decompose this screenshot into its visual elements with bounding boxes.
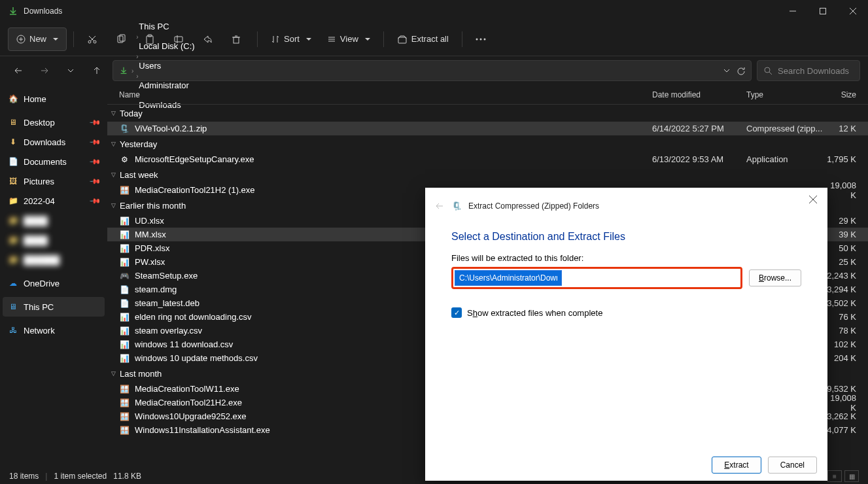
- sidebar-item[interactable]: 📄Documents📌: [3, 152, 105, 171]
- desktop-icon: 🖥: [8, 117, 18, 128]
- col-type[interactable]: Type: [746, 90, 826, 99]
- chevron-down-icon: ▽: [111, 370, 116, 377]
- forward-button[interactable]: [34, 60, 55, 81]
- sidebar-onedrive[interactable]: ☁OneDrive: [3, 273, 105, 293]
- cut-button[interactable]: [80, 27, 107, 51]
- breadcrumb-segment[interactable]: Users: [136, 61, 197, 71]
- browse-button[interactable]: Browse...: [749, 269, 801, 286]
- minimize-button[interactable]: [778, 0, 808, 22]
- zip-folder-icon: 🗜️: [451, 201, 462, 211]
- steam-icon: 🎮: [119, 271, 130, 281]
- view-button[interactable]: View: [321, 27, 377, 51]
- address-dropdown-icon[interactable]: [723, 69, 730, 73]
- file-icon: 📄: [119, 285, 130, 295]
- winexe-icon: 🪟: [119, 425, 130, 436]
- file-name: ViVeTool-v0.2.1.zip: [135, 124, 207, 133]
- layout-details-button[interactable]: ≡: [827, 470, 842, 482]
- sidebar-item[interactable]: 🖼Pictures📌: [3, 171, 105, 191]
- column-headers[interactable]: Name Date modified Type Size: [107, 85, 868, 105]
- sidebar-this-pc[interactable]: 🖥This PC: [3, 297, 105, 317]
- destination-path-input[interactable]: [455, 270, 562, 286]
- xls-icon: 📊: [119, 339, 130, 350]
- up-button[interactable]: [86, 60, 107, 81]
- file-size: 19,008 K: [826, 181, 868, 200]
- more-button[interactable]: [469, 27, 495, 51]
- xls-icon: 📊: [119, 257, 130, 268]
- breadcrumb-segment[interactable]: This PC: [136, 22, 197, 31]
- file-size: 50 K: [826, 243, 868, 253]
- col-date[interactable]: Date modified: [652, 90, 746, 99]
- cancel-button[interactable]: Cancel: [768, 457, 817, 474]
- file-date: 6/13/2022 9:53 AM: [652, 154, 746, 164]
- app-icon: [8, 6, 18, 16]
- cloud-icon: ☁: [8, 278, 18, 288]
- new-button[interactable]: New: [8, 27, 67, 51]
- checkbox-checked-icon: ✓: [451, 307, 462, 318]
- file-size: 19,008 K: [826, 393, 868, 413]
- file-name: steam overlay.csv: [135, 326, 202, 336]
- share-button[interactable]: [196, 27, 222, 51]
- sidebar-item[interactable]: ⬇Downloads📌: [3, 132, 105, 152]
- svg-rect-1: [820, 9, 826, 14]
- xls-icon: 📊: [119, 230, 130, 240]
- group-header[interactable]: ▽Last week: [107, 166, 868, 183]
- file-name: Windows10Upgrade9252.exe: [135, 411, 247, 421]
- pc-icon: 🖥: [8, 302, 18, 312]
- breadcrumb-segment[interactable]: Local Disk (C:): [136, 41, 197, 51]
- file-icon: 📄: [119, 298, 130, 309]
- search-input[interactable]: Search Downloads: [757, 60, 860, 81]
- toolbar: New Sort View Extract all: [0, 22, 868, 56]
- sort-button[interactable]: Sort: [264, 27, 318, 51]
- file-name: UD.xlsx: [135, 216, 164, 226]
- maximize-button[interactable]: [808, 0, 838, 22]
- file-row[interactable]: ⚙MicrosoftEdgeSetupCanary.exe6/13/2022 9…: [107, 152, 868, 166]
- col-name[interactable]: Name: [119, 90, 652, 99]
- back-button[interactable]: [8, 60, 29, 81]
- file-size: 3,502 K: [826, 298, 868, 308]
- xls-icon: 📊: [119, 353, 130, 364]
- file-size: 78 K: [826, 326, 868, 336]
- layout-grid-button[interactable]: ▦: [844, 470, 859, 482]
- navigation-row: › This PC›Local Disk (C:)›Users›Administ…: [0, 56, 868, 85]
- address-bar[interactable]: › This PC›Local Disk (C:)›Users›Administ…: [113, 60, 752, 81]
- extract-button[interactable]: Extract: [712, 457, 761, 474]
- col-size[interactable]: Size: [826, 90, 868, 99]
- dialog-close-button[interactable]: [807, 193, 820, 206]
- group-header[interactable]: ▽Today: [107, 105, 868, 122]
- file-name: steam.dmg: [135, 285, 177, 294]
- sidebar-network[interactable]: 🖧Network: [3, 320, 105, 340]
- exe-icon: ⚙: [119, 154, 130, 165]
- sidebar-item[interactable]: 🖥Desktop📌: [3, 112, 105, 132]
- dialog-back-button[interactable]: [434, 201, 445, 211]
- chevron-down-icon: ▽: [111, 171, 116, 178]
- pin-icon: 📌: [88, 194, 101, 207]
- file-size: 12 K: [826, 124, 868, 133]
- sidebar-item[interactable]: 📁2022-04📌: [3, 191, 105, 211]
- file-size: 39 K: [826, 230, 868, 239]
- download-icon: ⬇: [8, 137, 18, 147]
- delete-button[interactable]: [224, 27, 251, 51]
- copy-button[interactable]: [109, 27, 135, 51]
- close-button[interactable]: [838, 0, 868, 22]
- file-name: windows 11 download.csv: [135, 339, 233, 349]
- refresh-button[interactable]: [737, 66, 746, 75]
- recent-button[interactable]: [60, 60, 81, 81]
- show-extracted-checkbox[interactable]: ✓ Show extracted files when complete: [451, 307, 801, 318]
- pic-icon: 🖼: [8, 176, 18, 186]
- file-name: PDR.xlsx: [135, 243, 169, 253]
- svg-point-24: [483, 38, 485, 40]
- extract-all-button[interactable]: Extract all: [391, 27, 455, 51]
- group-header[interactable]: ▽Yesterday: [107, 135, 868, 152]
- file-size: 25 K: [826, 257, 868, 267]
- file-name: MediaCreationToolW11.exe: [135, 384, 239, 394]
- file-row[interactable]: 🗜️ViVeTool-v0.2.1.zip6/14/2022 5:27 PMCo…: [107, 122, 868, 135]
- winexe-icon: 🪟: [119, 384, 130, 394]
- zip-icon: 🗜️: [119, 124, 130, 134]
- sidebar: 🏠 Home 🖥Desktop📌⬇Downloads📌📄Documents📌🖼P…: [0, 85, 107, 468]
- file-name: windows 10 update methods.csv: [135, 353, 258, 363]
- xls-icon: 📊: [119, 243, 130, 254]
- file-name: MM.xlsx: [135, 230, 166, 239]
- sidebar-home[interactable]: 🏠 Home: [3, 89, 105, 109]
- file-name: MicrosoftEdgeSetupCanary.exe: [135, 154, 254, 164]
- svg-rect-21: [398, 37, 406, 43]
